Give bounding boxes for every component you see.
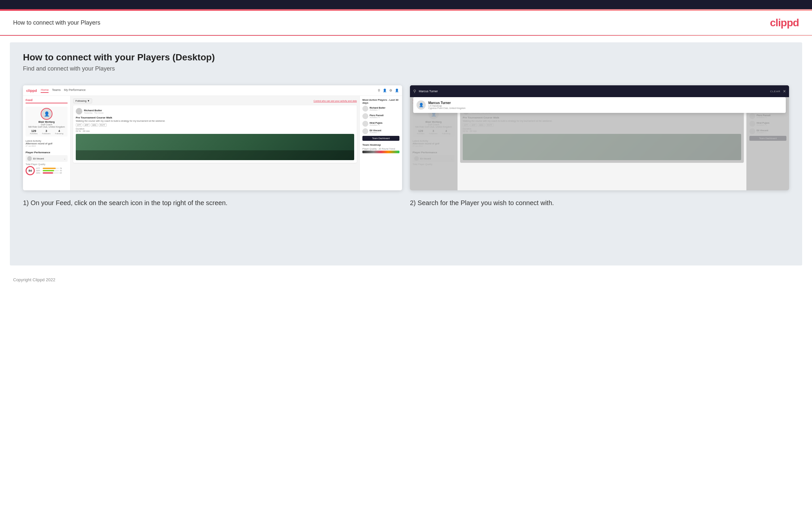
ghost-pp: Player Performance Eli Vincent ⌄ Total P… bbox=[413, 151, 455, 165]
ap-info-0: Richard Butler Activities: 7 bbox=[370, 107, 385, 111]
ac-duration-value: 02 hr : 00 min bbox=[76, 130, 354, 132]
main-content: How to connect with your Players (Deskto… bbox=[10, 42, 802, 265]
ap-activities-1: Activities: 4 bbox=[370, 117, 383, 119]
ap-activities-2: Activities: 3 bbox=[370, 124, 382, 126]
ap-name-3: Eli Vincent bbox=[370, 129, 381, 132]
clear-button[interactable]: CLEAR bbox=[770, 90, 780, 93]
footer: Copyright Clippd 2022 bbox=[0, 272, 812, 288]
following-label: Following bbox=[55, 133, 63, 134]
tpq-arg-track bbox=[43, 172, 59, 174]
step-1-description: 1) On your Feed, click on the search ico… bbox=[23, 198, 402, 207]
page-title: How to connect with your Players bbox=[13, 19, 100, 26]
ap-info-3: Eli Vincent Activities: 1 bbox=[370, 129, 381, 134]
user-avatar: 👤 bbox=[41, 109, 52, 119]
header-divider bbox=[0, 35, 812, 36]
tpq-bar-app: APP 70 bbox=[36, 170, 65, 172]
heatmap-bar bbox=[363, 151, 399, 153]
top-bar bbox=[0, 0, 812, 9]
logo: clippd bbox=[770, 17, 799, 29]
avatar-icon[interactable]: 👤 bbox=[395, 89, 399, 92]
tag-ott: OTT bbox=[76, 123, 82, 127]
app-screenshot-2: clippd Home Teams My Performance ⚲ 👤 ⚙ 👤 bbox=[410, 85, 789, 190]
team-dashboard-button[interactable]: Team Dashboard bbox=[363, 136, 399, 141]
pp-player-avatar bbox=[27, 156, 32, 161]
sr-club: Cypress Point Club, United Kingdom bbox=[428, 107, 466, 109]
activity-card: Richard Butler Yesterday · The Grove Pre… bbox=[73, 105, 357, 163]
latest-activity: Latest Activity Afternoon round of golf … bbox=[26, 140, 67, 147]
tpq-app-track bbox=[43, 170, 59, 171]
following-row: Following ▼ Control who can see your act… bbox=[73, 98, 357, 103]
ap-activities-3: Activities: 1 bbox=[370, 132, 381, 134]
tag-arg: ARG bbox=[91, 123, 98, 127]
ap-activities-0: Activities: 7 bbox=[370, 109, 385, 111]
ap-avatar-1 bbox=[363, 113, 368, 119]
player-performance-section: Player Performance Eli Vincent ⌄ Total P… bbox=[26, 151, 67, 175]
search-result-dropdown[interactable]: 👤 Marcus Turner 1.5 Handicap Cypress Poi… bbox=[413, 97, 786, 113]
ap-avatar-0 bbox=[363, 106, 368, 112]
ap-name-0: Richard Butler bbox=[370, 107, 385, 109]
app-body-1: Feed 👤 Blair McHarg Golf Coach Mill Ride… bbox=[23, 96, 402, 190]
tpq-bar-ott: OTT 79 bbox=[36, 167, 65, 169]
sr-handicap: 1.5 Handicap bbox=[428, 105, 466, 107]
feed-tab[interactable]: Feed bbox=[26, 98, 67, 103]
ac-meta: Yesterday · The Grove bbox=[84, 112, 104, 114]
tpq-label: Total Player Quality bbox=[26, 163, 67, 165]
user-role: Golf Coach bbox=[28, 123, 65, 126]
main-title: How to connect with your Players (Deskto… bbox=[23, 52, 789, 63]
ap-info-1: Piers Parnell Activities: 4 bbox=[370, 114, 383, 119]
ghost-stats: 129Activities 3Followers 4Following bbox=[415, 129, 452, 134]
tpq-arg-fill bbox=[43, 172, 53, 174]
search-input-overlay[interactable]: Marcus Turner bbox=[419, 90, 767, 93]
tpq-circle: 84 bbox=[26, 166, 35, 175]
duration-label: Duration bbox=[76, 128, 84, 130]
header: How to connect with your Players clippd bbox=[0, 11, 812, 35]
step-2-description: 2) Search for the Player you wish to con… bbox=[410, 198, 789, 207]
app-nav-1: clippd Home Teams My Performance ⚲ 👤 ⚙ 👤 bbox=[23, 85, 402, 96]
nav-item-teams[interactable]: Teams bbox=[52, 88, 61, 93]
ac-name: Richard Butler bbox=[84, 109, 104, 112]
tpq-score: 84 bbox=[29, 169, 32, 172]
pp-player-row[interactable]: Eli Vincent ⌄ bbox=[26, 155, 67, 162]
app-nav-icons: ⚲ 👤 ⚙ 👤 bbox=[378, 89, 399, 92]
ap-avatar-3 bbox=[363, 128, 368, 134]
tpq-bars: OTT 79 APP bbox=[36, 167, 65, 174]
ac-desc: Walking the course with my coach to buil… bbox=[76, 120, 354, 122]
tpq-arg-label: ARG bbox=[36, 172, 42, 174]
followers-num: 3 bbox=[42, 129, 50, 133]
ghost-role: Golf Coach bbox=[415, 123, 452, 126]
ap-info-2: Hiral Pujara Activities: 3 bbox=[370, 122, 382, 126]
copyright: Copyright Clippd 2022 bbox=[13, 277, 55, 282]
activity-image bbox=[76, 134, 354, 160]
app-right-panel: Most Active Players - Last 30 days Richa… bbox=[360, 96, 402, 190]
search-icon[interactable]: ⚲ bbox=[378, 89, 380, 92]
ac-title: Pre Tournament Course Walk bbox=[76, 116, 354, 119]
active-player-0: Richard Butler Activities: 7 bbox=[363, 106, 399, 112]
main-subtitle: Find and connect with your Players bbox=[23, 65, 789, 72]
tpq-app-label: APP bbox=[36, 170, 42, 172]
settings-icon[interactable]: ⚙ bbox=[389, 89, 392, 92]
user-icon[interactable]: 👤 bbox=[383, 89, 387, 92]
la-label: Latest Activity bbox=[26, 140, 67, 142]
heatmap-label: Player Quality · 20 Round Trend bbox=[363, 148, 399, 150]
nav-item-home[interactable]: Home bbox=[41, 88, 49, 93]
close-button[interactable]: × bbox=[783, 89, 786, 94]
user-name: Blair McHarg bbox=[28, 120, 65, 123]
tpq-ott-track bbox=[43, 168, 59, 169]
sr-name: Marcus Turner bbox=[428, 101, 466, 105]
ac-tags: OTT APP ARG PUTT bbox=[76, 123, 354, 127]
sr-avatar: 👤 bbox=[417, 100, 426, 110]
stat-activities: 129 Activities bbox=[30, 129, 38, 134]
user-club: Mill Ride Golf Club, United Kingdom bbox=[28, 126, 65, 128]
tpq-app-val: 70 bbox=[60, 170, 65, 172]
activities-num: 129 bbox=[30, 129, 38, 133]
app-left-panel: Feed 👤 Blair McHarg Golf Coach Mill Ride… bbox=[23, 96, 70, 190]
tag-putt: PUTT bbox=[99, 123, 107, 127]
following-button[interactable]: Following ▼ bbox=[73, 98, 92, 103]
user-stats: 129 Activities 3 Followers 4 Following bbox=[28, 129, 65, 134]
ac-user-info: Richard Butler Yesterday · The Grove bbox=[84, 109, 104, 114]
control-link[interactable]: Control who can see your activity and da… bbox=[314, 100, 357, 102]
activities-label: Activities bbox=[30, 133, 38, 134]
active-player-2: Hiral Pujara Activities: 3 bbox=[363, 121, 399, 127]
tag-app: APP bbox=[83, 123, 90, 127]
nav-item-my-performance[interactable]: My Performance bbox=[64, 88, 86, 93]
